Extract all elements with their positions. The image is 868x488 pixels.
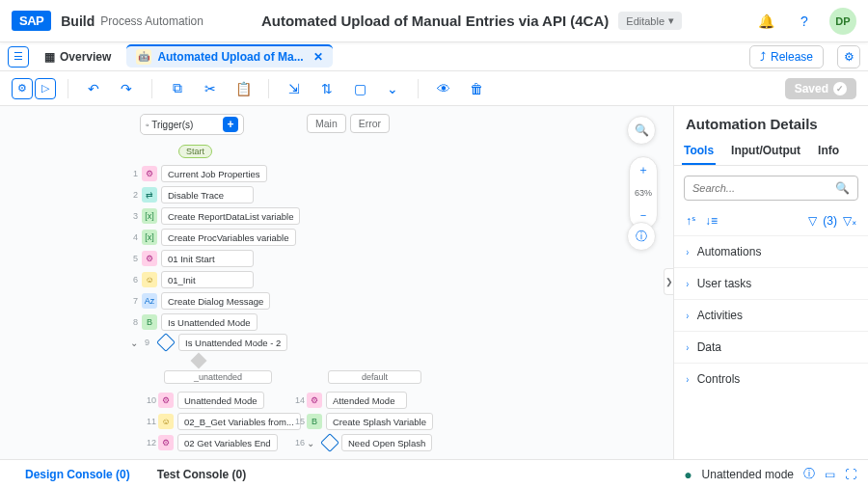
layout-icon[interactable]: ▢ [346, 75, 373, 102]
play-icon[interactable]: ▷ [35, 78, 56, 99]
flow-step[interactable]: 5 ⚙ 01 Init Start [130, 250, 254, 267]
step-number: 14 [295, 395, 303, 405]
avatar[interactable]: DP [829, 8, 856, 35]
step-label: Create ReportDataList variable [161, 207, 300, 225]
category-row[interactable]: ›Data [674, 331, 868, 363]
saved-label: Saved [795, 82, 828, 95]
step-number: 8 [130, 317, 138, 327]
flow-step[interactable]: 15 B Create Splash Variable [295, 413, 433, 430]
tab-bar: ☰ ▦ Overview 🤖 Automated Upload of Ma...… [0, 42, 868, 71]
main-function-button[interactable]: Main [307, 114, 346, 133]
sort-icon[interactable]: ⇅ [313, 75, 340, 102]
category-row[interactable]: ›Automations [674, 235, 868, 267]
info-canvas-icon[interactable]: ⓘ [627, 222, 656, 251]
help-icon[interactable]: ? [791, 8, 818, 35]
search-canvas-icon[interactable]: 🔍 [627, 116, 656, 145]
product-subtitle: Process Automation [100, 14, 203, 28]
mode-info-icon[interactable]: ⓘ [803, 466, 815, 482]
flow-step[interactable]: 4 [x] Create ProcVariables variable [130, 229, 296, 246]
release-label: Release [771, 50, 813, 64]
step-label: 01 Init Start [161, 250, 254, 267]
project-nav-icon[interactable]: ☰ [8, 46, 29, 68]
flow-step[interactable]: 7 Az Create Dialog Message [130, 292, 270, 310]
expand-icon[interactable]: ⌄ [307, 438, 314, 448]
chevron-right-icon: › [687, 278, 690, 289]
flow-step[interactable]: 3 [x] Create ReportDataList variable [130, 207, 300, 225]
chevron-down-icon: ▾ [668, 14, 674, 27]
copy-icon[interactable]: ⧉ [164, 75, 191, 102]
flow-step[interactable]: 14 ⚙ Attended Mode [295, 392, 407, 409]
search-input[interactable] [692, 182, 835, 194]
step-number: 5 [130, 254, 138, 263]
step-number: 10 [147, 395, 154, 405]
fullscreen-icon[interactable]: ⛶ [845, 468, 856, 481]
panel-tab-info[interactable]: Info [816, 138, 841, 165]
divider [68, 79, 68, 98]
editable-dropdown[interactable]: Editable ▾ [618, 12, 682, 30]
design-console-tab[interactable]: Design Console (0) [12, 468, 144, 481]
category-row[interactable]: ›Controls [674, 363, 868, 394]
notifications-icon[interactable]: 🔔 [752, 8, 779, 35]
upload-icon: ⤴ [760, 50, 766, 64]
step-number: 16 [295, 438, 303, 447]
flow-step[interactable]: 11 ☺ 02_B_Get Variables from... [147, 413, 301, 430]
category-label: Activities [697, 309, 743, 322]
settings-button[interactable]: ⚙ [837, 45, 860, 68]
sort-desc-icon[interactable]: ↓≡ [705, 214, 718, 228]
step-label: 02 Get Variables End [177, 434, 278, 451]
export-icon[interactable]: ⇲ [281, 75, 308, 102]
step-type-icon: ☺ [158, 414, 174, 429]
step-type-icon: ⚙ [158, 435, 174, 450]
zoom-in-icon[interactable]: ＋ [630, 157, 657, 183]
flow-step[interactable]: 16 ⌄ Need Open Splash [295, 434, 432, 451]
flow-step[interactable]: 10 ⚙ Unattended Mode [147, 392, 264, 409]
flow-step[interactable]: 1 ⚙ Current Job Properties [130, 165, 267, 182]
panel-search[interactable]: 🔍 [684, 176, 858, 201]
condition-icon [156, 333, 176, 352]
collapse-panel-handle[interactable]: ❯ [664, 268, 673, 295]
error-function-button[interactable]: Error [350, 114, 390, 133]
category-row[interactable]: ›User tasks [674, 267, 868, 299]
close-tab-icon[interactable]: ✕ [313, 50, 323, 64]
debug-gear-icon[interactable]: ⚙ [12, 78, 33, 99]
flow-step[interactable]: 8 B Is Unattended Mode [130, 313, 258, 331]
tab-automation-active[interactable]: 🤖 Automated Upload of Ma... ✕ [126, 44, 332, 68]
step-number: 11 [147, 417, 154, 426]
category-row[interactable]: ›Activities [674, 299, 868, 331]
product-name: Build [61, 14, 95, 29]
sort-asc-icon[interactable]: ↑ˢ [686, 214, 695, 228]
tab-overview[interactable]: ▦ Overview [37, 50, 119, 64]
flow-step[interactable]: 6 ☺ 01_Init [130, 271, 254, 288]
expand-icon[interactable]: ⌄ [130, 338, 138, 348]
clear-filter-icon[interactable]: ▽ₓ [843, 214, 856, 228]
delete-icon[interactable]: 🗑 [463, 75, 490, 102]
release-button[interactable]: ⤴ Release [749, 45, 824, 68]
panel-tab-io[interactable]: Input/Output [729, 138, 802, 165]
visibility-off-icon[interactable]: 👁 [430, 75, 457, 102]
redo-icon[interactable]: ↷ [113, 75, 140, 102]
search-icon[interactable]: 🔍 [835, 181, 850, 195]
trigger-box[interactable]: ◦ Trigger(s) + [140, 114, 244, 135]
flow-step[interactable]: 12 ⚙ 02 Get Variables End [147, 434, 278, 451]
paste-icon[interactable]: 📋 [230, 75, 257, 102]
start-node[interactable]: Start [178, 145, 212, 158]
step-type-icon: B [142, 314, 157, 330]
step-type-icon: Az [142, 293, 157, 309]
condition-label: Is Unattended Mode - 2 [178, 334, 287, 351]
trigger-icon: ◦ [146, 120, 149, 130]
branch-right-label: default [328, 370, 421, 384]
flow-step[interactable]: 2 ⇄ Disable Trace [130, 186, 254, 203]
cut-icon[interactable]: ✂ [197, 75, 224, 102]
sort-filter-row: ↑ˢ ↓≡ ▽ (3) ▽ₓ [674, 210, 868, 235]
add-trigger-icon[interactable]: + [223, 117, 238, 132]
layout-toggle-icon[interactable]: ▭ [825, 468, 835, 481]
undo-icon[interactable]: ↶ [80, 75, 107, 102]
chevron-down-icon[interactable]: ⌄ [379, 75, 406, 102]
panel-tab-tools[interactable]: Tools [682, 138, 716, 165]
filter-icon[interactable]: ▽ [808, 214, 817, 228]
flow-canvas[interactable]: ◦ Trigger(s) + Start Main Error 1 ⚙ Curr… [0, 106, 673, 459]
step-type-icon: ⚙ [158, 393, 174, 408]
step-label: Attended Mode [326, 392, 407, 409]
condition-step[interactable]: ⌄ 9 Is Unattended Mode - 2 [130, 334, 287, 351]
test-console-tab[interactable]: Test Console (0) [144, 468, 259, 481]
